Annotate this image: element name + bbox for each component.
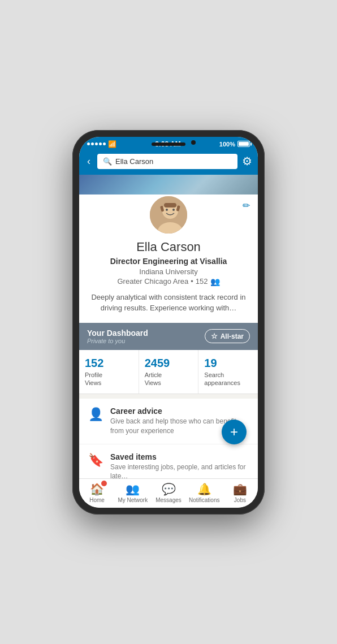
nav-notifications-label: Notifications (189, 497, 219, 503)
location-text: Greater Chicago Area (118, 277, 189, 286)
saved-items-icon: 🔖 (88, 453, 103, 468)
career-advice-title: Career advice (110, 407, 249, 416)
fab-button[interactable]: + (222, 420, 247, 444)
dashboard-title: Your Dashboard (87, 329, 148, 338)
wifi-icon: 📶 (108, 140, 116, 148)
home-badge (101, 481, 107, 486)
profile-card: ✏ (79, 195, 258, 323)
allstar-label: All-star (221, 332, 244, 340)
profile-school: Indiana University (88, 267, 249, 276)
bottom-nav: 🏠 Home 👥 My Network 💬 Messages 🔔 Notific… (79, 478, 258, 508)
dashboard-subtitle: Private to you (87, 338, 148, 344)
stat-article-views[interactable]: 2459 ArticleViews (139, 350, 199, 394)
dashboard-section: Your Dashboard Private to you ☆ All-star (79, 323, 258, 350)
nav-jobs[interactable]: 💼 Jobs (222, 482, 258, 503)
battery-icon (237, 141, 250, 147)
profile-title: Director Engineering at Visallia (88, 257, 249, 266)
stat-profile-views-number: 152 (85, 357, 133, 370)
signal-dots (87, 142, 106, 145)
messages-icon: 💬 (162, 482, 176, 496)
nav-home[interactable]: 🏠 Home (79, 482, 115, 503)
saved-items-content: Saved items Save interesting jobs, peopl… (110, 452, 249, 478)
edit-button[interactable]: ✏ (243, 200, 250, 211)
stat-profile-views[interactable]: 152 ProfileViews (79, 350, 139, 394)
nav-network[interactable]: 👥 My Network (115, 482, 150, 503)
career-advice-icon: 👤 (88, 407, 103, 422)
saved-items-item[interactable]: 🔖 Saved items Save interesting jobs, peo… (79, 444, 258, 478)
svg-rect-5 (164, 203, 176, 208)
speaker (152, 142, 185, 146)
stats-row: 152 ProfileViews 2459 ArticleViews 19 Se… (79, 350, 258, 395)
nav-messages[interactable]: 💬 Messages (150, 482, 186, 503)
stat-search-label: Searchappearances (204, 371, 252, 387)
battery-percent: 100% (219, 141, 235, 148)
notifications-icon: 🔔 (197, 482, 211, 496)
status-left: 📶 (87, 140, 116, 148)
profile-name: Ella Carson (88, 240, 249, 254)
svg-point-3 (166, 209, 168, 211)
avatar-wrap (88, 195, 249, 235)
camera (191, 140, 196, 145)
content-scroll: ✏ (79, 175, 258, 478)
nav-home-label: Home (89, 497, 105, 503)
profile-bio: Deeply analytical with consistent track … (88, 292, 249, 314)
back-button[interactable]: ‹ (85, 154, 93, 168)
search-bar: ‹ 🔍 Ella Carson ⚙ (79, 150, 258, 175)
nav-messages-label: Messages (155, 497, 182, 503)
nav-network-label: My Network (118, 497, 148, 503)
stat-article-views-label: ArticleViews (145, 371, 193, 387)
svg-point-4 (172, 209, 175, 211)
phone-frame: 📶 8:08 AM 100% ‹ 🔍 Ella Carson ⚙ (72, 130, 265, 515)
dashboard-left: Your Dashboard Private to you (87, 329, 148, 344)
connections-count: 152 (196, 277, 208, 286)
saved-items-title: Saved items (110, 452, 249, 461)
profile-location: Greater Chicago Area • 152 👥 (88, 277, 249, 286)
stat-article-views-number: 2459 (145, 357, 193, 370)
nav-notifications[interactable]: 🔔 Notifications (187, 482, 222, 503)
search-input[interactable]: Ella Carson (115, 157, 153, 166)
stat-search-appearances[interactable]: 19 Searchappearances (198, 350, 258, 394)
network-icon: 👥 (126, 482, 140, 496)
connections-icon: 👥 (210, 277, 220, 286)
nav-jobs-label: Jobs (234, 497, 246, 503)
settings-button[interactable]: ⚙ (242, 154, 252, 168)
stat-search-number: 19 (204, 357, 252, 370)
status-right: 100% (219, 141, 250, 148)
location-dot: • (191, 277, 193, 286)
phone-screen: 📶 8:08 AM 100% ‹ 🔍 Ella Carson ⚙ (79, 137, 258, 508)
star-icon: ☆ (211, 332, 218, 340)
allstar-button[interactable]: ☆ All-star (205, 329, 250, 343)
avatar (148, 195, 189, 235)
search-icon: 🔍 (103, 157, 112, 166)
jobs-icon: 💼 (233, 482, 247, 496)
search-input-wrap[interactable]: 🔍 Ella Carson (97, 154, 237, 169)
saved-items-desc: Save interesting jobs, people, and artic… (110, 463, 249, 478)
stat-profile-views-label: ProfileViews (85, 371, 133, 387)
